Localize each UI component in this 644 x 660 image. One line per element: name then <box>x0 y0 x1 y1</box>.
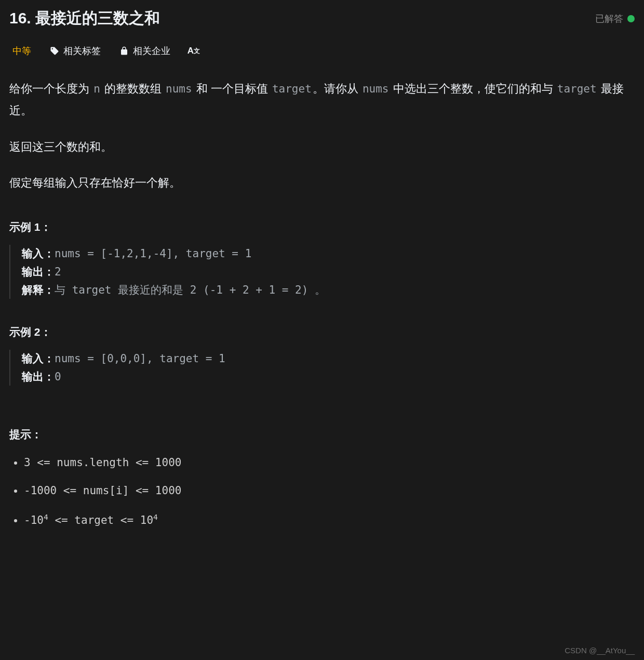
meta-row: 中等 相关标签 相关企业 A文 <box>9 45 635 57</box>
output-value: 0 <box>55 371 61 383</box>
desc-text: 中选出三个整数，使它们的和与 <box>390 82 556 95</box>
lock-icon <box>119 46 129 56</box>
desc-text: 和 一个目标值 <box>193 82 271 95</box>
tags-link[interactable]: 相关标签 <box>50 45 101 57</box>
watermark: CSDN @__AtYou__ <box>565 646 635 655</box>
code-nums2: nums <box>361 83 390 95</box>
input-label: 输入： <box>22 352 55 364</box>
desc-p3: 假定每组输入只存在恰好一个解。 <box>9 172 635 194</box>
problem-description: 给你一个长度为 n 的整数数组 nums 和 一个目标值 target。请你从 … <box>9 78 635 194</box>
code-target2: target <box>556 83 598 95</box>
example-title: 示例 1： <box>9 220 635 234</box>
desc-text: 给你一个长度为 <box>9 82 92 95</box>
translate-button[interactable]: A文 <box>189 46 198 56</box>
solved-dot-icon <box>627 15 635 22</box>
desc-p2: 返回这三个数的和。 <box>9 136 635 158</box>
difficulty-badge: 中等 <box>12 45 31 57</box>
problem-title: 16. 最接近的三数之和 <box>9 8 160 29</box>
example-block: 输入：nums = [0,0,0], target = 1输出：0 <box>9 350 635 386</box>
input-value: nums = [0,0,0], target = 1 <box>55 352 225 365</box>
input-label: 输入： <box>22 247 55 259</box>
code-nums: nums <box>165 83 193 95</box>
example-block: 输入：nums = [-1,2,1,-4], target = 1输出：2解释：… <box>9 245 635 299</box>
explain-label: 解释： <box>22 284 55 296</box>
example-title: 示例 2： <box>9 325 635 339</box>
solved-label: 已解答 <box>595 12 623 25</box>
hint-item: -1000 <= nums[i] <= 1000 <box>24 484 635 497</box>
translate-icon: A文 <box>189 46 198 56</box>
tag-icon <box>50 46 59 56</box>
solved-status: 已解答 <box>595 12 635 25</box>
output-label: 输出： <box>22 266 55 278</box>
output-label: 输出： <box>22 371 55 382</box>
code-target: target <box>271 83 313 95</box>
hints-title: 提示： <box>9 427 635 442</box>
companies-link[interactable]: 相关企业 <box>119 45 170 57</box>
explain-value: 与 target 最接近的和是 2 (-1 + 2 + 1 = 2) 。 <box>55 284 326 296</box>
input-value: nums = [-1,2,1,-4], target = 1 <box>55 247 251 260</box>
hint-item: 3 <= nums.length <= 1000 <box>24 456 635 469</box>
desc-text: 。请你从 <box>313 82 361 95</box>
hint-item: -104 <= target <= 104 <box>24 512 635 526</box>
tags-label: 相关标签 <box>63 45 101 57</box>
desc-text: 的整数数组 <box>101 82 165 95</box>
code-n: n <box>92 83 101 95</box>
hints-list: 3 <= nums.length <= 1000-1000 <= nums[i]… <box>9 456 635 526</box>
companies-label: 相关企业 <box>133 45 170 57</box>
output-value: 2 <box>55 266 61 278</box>
